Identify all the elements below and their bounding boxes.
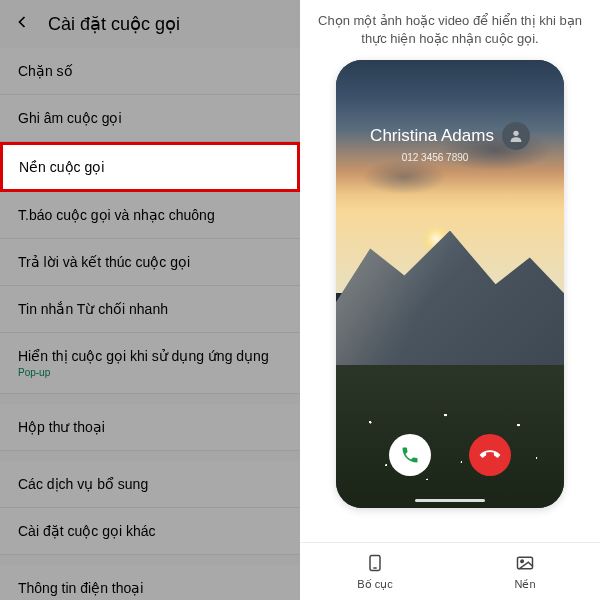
item-voicemail[interactable]: Hộp thư thoại (0, 404, 300, 451)
item-record-calls[interactable]: Ghi âm cuộc gọi (0, 95, 300, 142)
call-buttons (336, 434, 564, 476)
image-icon (515, 553, 535, 575)
item-quick-decline[interactable]: Tin nhắn Từ chối nhanh (0, 286, 300, 333)
tab-label: Bố cục (357, 578, 392, 591)
item-call-background[interactable]: Nền cuộc gọi (0, 142, 300, 192)
svg-point-0 (513, 131, 518, 136)
phone-preview[interactable]: Christina Adams 012 3456 7890 (336, 60, 564, 508)
preview-container: Christina Adams 012 3456 7890 (300, 56, 600, 542)
header: Cài đặt cuộc gọi (0, 0, 300, 48)
layout-icon (365, 553, 385, 575)
item-answer-end[interactable]: Trả lời và kết thúc cuộc gọi (0, 239, 300, 286)
item-supplementary[interactable]: Các dịch vụ bổ sung (0, 461, 300, 508)
svg-point-4 (521, 560, 524, 563)
item-subtext: Pop-up (18, 367, 282, 378)
tab-background[interactable]: Nền (450, 543, 600, 600)
back-icon[interactable] (12, 12, 48, 36)
tab-label: Nền (514, 578, 535, 591)
item-other-settings[interactable]: Cài đặt cuộc gọi khác (0, 508, 300, 555)
caller-info: Christina Adams 012 3456 7890 (336, 122, 564, 163)
caller-name-text: Christina Adams (370, 126, 494, 146)
item-phone-info[interactable]: Thông tin điện thoại (0, 565, 300, 600)
page-title: Cài đặt cuộc gọi (48, 13, 180, 35)
reject-button[interactable] (469, 434, 511, 476)
item-block-numbers[interactable]: Chặn số (0, 48, 300, 95)
description: Chọn một ảnh hoặc video để hiển thị khi … (300, 0, 600, 56)
bg-clouds (336, 96, 564, 230)
home-indicator (415, 499, 485, 502)
tab-layout[interactable]: Bố cục (300, 543, 450, 600)
bottom-tabs: Bố cục Nền (300, 542, 600, 600)
item-alerts-ringtones[interactable]: T.báo cuộc gọi và nhạc chuông (0, 192, 300, 239)
settings-list: Chặn số Ghi âm cuộc gọi Nền cuộc gọi T.b… (0, 48, 300, 600)
item-call-display[interactable]: Hiển thị cuộc gọi khi sử dụng ứng dụng P… (0, 333, 300, 394)
settings-panel: Cài đặt cuộc gọi Chặn số Ghi âm cuộc gọi… (0, 0, 300, 600)
accept-button[interactable] (389, 434, 431, 476)
svg-rect-3 (518, 557, 533, 569)
caller-number: 012 3456 7890 (336, 152, 534, 163)
avatar (502, 122, 530, 150)
background-panel: Chọn một ảnh hoặc video để hiển thị khi … (300, 0, 600, 600)
